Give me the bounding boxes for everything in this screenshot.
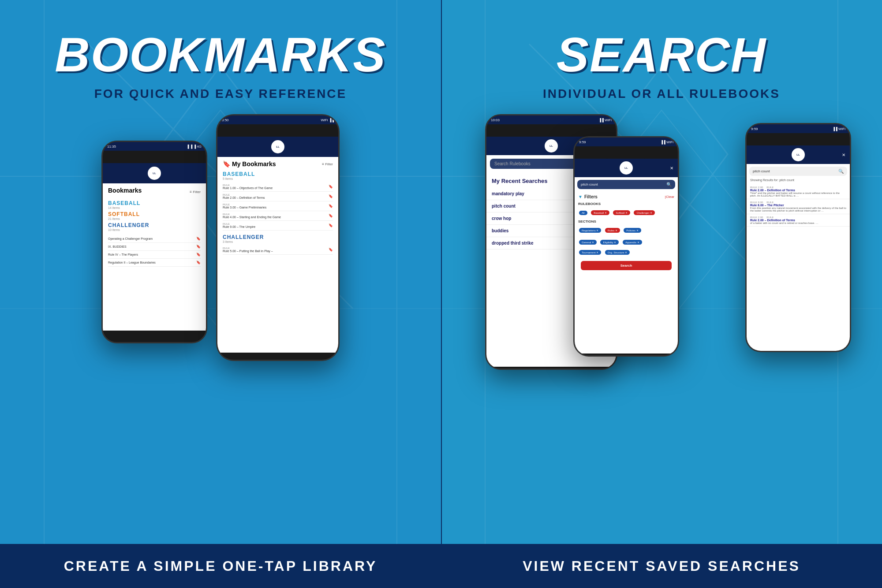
time-fr: 9:59 <box>751 127 758 131</box>
close-icon-fr: ✕ <box>842 153 845 157</box>
filters-section: ▼ Filters |Clear RULEBOOKS All Baseball … <box>575 192 678 275</box>
time-fl: 9:59 <box>579 140 586 144</box>
chip-org[interactable]: Org. Structure ✕ <box>605 250 630 255</box>
bookmarks-title-1: Bookmarks <box>108 187 142 194</box>
result-3-text: of a batter with no count and is retired… <box>750 222 846 224</box>
chip-all[interactable]: All <box>579 211 587 215</box>
result-2-title: Rule 8.00 – The Pitcher <box>750 204 846 207</box>
rulebooks-label: RULEBOOKS <box>578 202 674 206</box>
screen-content-2: 🔖 My Bookmarks ≡ Filter BASEBALL 5 Items… <box>217 157 338 258</box>
chip-eligibility[interactable]: Eligibility ✕ <box>600 240 619 245</box>
phone-bookmarks-large: 3:50 WiFi ▐▐ LL 🔖 My Bookmarks ≡ Filter <box>216 114 340 361</box>
app-logo-back: LL <box>545 139 558 153</box>
status-bar-1: 11:35 ▐ ▐ ▐ 4G <box>103 142 206 151</box>
chip-rules[interactable]: Rules ✕ <box>605 228 620 233</box>
chip-baseball[interactable]: Baseball ✕ <box>591 210 609 215</box>
challenger-count-1: 10 Items <box>108 228 201 231</box>
baseball-count-2: 5 Items <box>223 177 333 180</box>
bookmark-icon-2: 🔖 <box>196 245 201 249</box>
phone-search-results: 9:59 ▐▐ WiFi LL ✕ pitch count 🔍 Showing … <box>745 123 851 352</box>
search-bar-fl[interactable]: pitch count 🔍 <box>577 180 675 189</box>
chip-general[interactable]: General ✕ <box>579 240 597 245</box>
notch-fl <box>600 146 653 159</box>
screen-2: LL 🔖 My Bookmarks ≡ Filter BASEBALL 5 It… <box>217 137 338 353</box>
chip-regulations[interactable]: Regulations ✕ <box>579 228 601 233</box>
chip-challenger[interactable]: Challenger ✕ <box>634 210 655 215</box>
search-button[interactable]: Search <box>581 261 672 270</box>
rule-item-5: RULE Rule 9.00 – The Umpire 🔖 <box>223 221 333 231</box>
chip-softball[interactable]: Softball ✕ <box>613 210 630 215</box>
left-bottom-banner: CREATE A SIMPLE ONE-TAP LIBRARY <box>0 544 441 588</box>
bookmark-icon-1: 🔖 <box>196 237 201 241</box>
right-panel: SEARCH INDIVIDUAL OR ALL RULEBOOKS 10:03… <box>441 0 882 588</box>
rule-item-c1: RULE Rule 5.00 – Putting the Ball in Pla… <box>223 245 333 255</box>
left-title: BOOKMARKS <box>55 26 386 82</box>
rule-item-1: RULE Rule 1.00 – Objectives of The Game … <box>223 182 333 192</box>
bookmark-icon-header: 🔖 <box>223 160 230 167</box>
bookmark-icon-r4: 🔖 <box>329 214 333 218</box>
result-1: RULE 2.00 RULE Rule 2.00 – Definition of… <box>747 184 850 199</box>
result-1-title: Rule 2.00 – Definition of Terms <box>750 189 846 192</box>
softball-count-1: 21 Items <box>108 217 201 220</box>
signal-2: WiFi ▐▐ <box>321 118 334 122</box>
rule-item-3: RULE Rule 3.00 – Game Preliminaries 🔖 <box>223 201 333 211</box>
bookmark-icon-c1: 🔖 <box>329 248 333 252</box>
search-bar-fr[interactable]: pitch count 🔍 <box>749 167 847 176</box>
category-challenger-1: CHALLENGER <box>108 222 201 228</box>
chip-appendix[interactable]: Appendix ✕ <box>623 240 642 245</box>
section-chips-2: General ✕ Eligibility ✕ Appendix ✕ <box>578 237 674 246</box>
status-bar-back: 10:03 ▐▐ WiFi <box>486 115 616 124</box>
bookmark-icon-r1: 🔖 <box>329 185 333 189</box>
rulebook-chips: All Baseball ✕ Softball ✕ Challenger ✕ <box>578 208 674 216</box>
right-phones-container: 10:03 ▐▐ WiFi LL ✕ Search Rulebooks My R… <box>463 114 860 387</box>
time-1: 11:35 <box>107 145 116 149</box>
filter-icon-2: ≡ Filter <box>322 162 333 166</box>
app-logo-2: LL <box>271 140 284 153</box>
rule-item-4: RULE Rule 4.00 – Starting and Ending the… <box>223 211 333 221</box>
status-bar-2: 3:50 WiFi ▐▐ <box>217 115 338 124</box>
right-title: SEARCH <box>557 26 767 82</box>
search-placeholder: Search Rulebooks <box>494 161 531 166</box>
result-2: RULE 8.00 RULE Rule 8.00 – The Pitcher F… <box>747 199 850 214</box>
app-logo-fl: LL <box>620 161 633 175</box>
notch-fr <box>772 133 825 145</box>
signal-fr: ▐▐ WiFi <box>832 127 845 131</box>
baseball-count-1: 14 Items <box>108 206 201 209</box>
panel-divider <box>441 0 442 588</box>
screen-content-1: Bookmarks ≡ Filter BASEBALL 14 Items SOF… <box>103 183 206 270</box>
result-2-text: From this position any natural movement … <box>750 207 846 212</box>
category-softball-1: SOFTBALL <box>108 211 201 217</box>
category-challenger-2: CHALLENGER <box>223 234 333 240</box>
bookmark-item-4: Regulation II – League Boundaries 🔖 <box>108 259 201 267</box>
app-logo-1: LL <box>148 167 161 180</box>
notch-1 <box>128 151 181 163</box>
bookmark-icon-r3: 🔖 <box>329 204 333 208</box>
signal-1: ▐ ▐ ▐ 4G <box>187 145 202 149</box>
close-icon-fl: ✕ <box>670 166 673 171</box>
search-icon-fl: 🔍 <box>666 182 672 187</box>
left-panel: BOOKMARKS FOR QUICK AND EASY REFERENCE 1… <box>0 0 441 588</box>
status-bar-fr: 9:59 ▐▐ WiFi <box>747 124 850 133</box>
mybookmarks-title: My Bookmarks <box>232 160 276 167</box>
chip-policies[interactable]: Policies ✕ <box>624 228 641 233</box>
phone-bookmarks-small: 11:35 ▐ ▐ ▐ 4G LL Bookmarks ≡ Filter BAS… <box>101 141 207 343</box>
bookmark-icon-4: 🔖 <box>196 261 201 264</box>
challenger-count-2: 3 Items <box>223 240 333 243</box>
rule-item-2: RULE Rule 2.00 – Definition of Terms 🔖 <box>223 192 333 201</box>
right-bottom-text: VIEW RECENT SAVED SEARCHES <box>523 558 800 574</box>
signal-fl: ▐▐ WiFi <box>660 140 673 144</box>
result-1-text: Time* and the pitcher and batter will re… <box>750 192 846 197</box>
chip-tournament[interactable]: Tournament ✕ <box>579 250 601 255</box>
results-label: Showing Results for: pitch count <box>747 179 850 184</box>
time-back: 10:03 <box>491 118 500 122</box>
filters-label: Filters <box>584 194 598 199</box>
bookmark-icon-r5: 🔖 <box>329 223 333 227</box>
bookmark-icon-3: 🔖 <box>196 253 201 257</box>
search-icon-fr: 🔍 <box>838 169 844 174</box>
result-3: RULE 2.00 RULE Rule 2.00 – Definition of… <box>747 214 850 227</box>
screen-1: LL Bookmarks ≡ Filter BASEBALL 14 Items … <box>103 163 206 331</box>
sections-label: SECTIONS <box>578 220 674 223</box>
section-chips-3: Tournament ✕ Org. Structure ✕ <box>578 247 674 256</box>
filter-icon-1: ≡ Filter <box>190 190 201 194</box>
clear-filters[interactable]: |Clear <box>665 195 674 199</box>
